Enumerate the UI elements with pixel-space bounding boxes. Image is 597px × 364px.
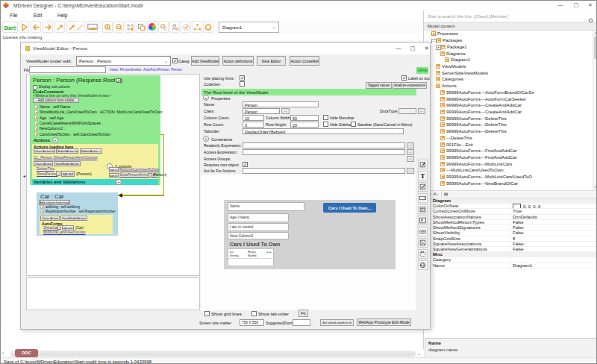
opt-out-button[interactable]: opt-out bbox=[61, 171, 75, 177]
settings-gear-icon[interactable] bbox=[203, 21, 213, 33]
class-browse-button[interactable]: ... bbox=[281, 108, 290, 115]
property-value[interactable]: 0, 0, 0, 0 bbox=[510, 204, 597, 208]
scrollbar-thumb[interactable] bbox=[594, 37, 597, 59]
tree-item[interactable]: 99999AutoForms---CreateAndAddCar bbox=[424, 102, 593, 109]
column-count-input[interactable]: 10 bbox=[243, 115, 264, 122]
class-action-button[interactable]: Class Action bbox=[40, 216, 60, 221]
maximize-button[interactable]: ▢ bbox=[569, 1, 583, 10]
check-circle-icon[interactable] bbox=[181, 21, 191, 33]
show-person-link[interactable]: ShowPerson bbox=[37, 172, 57, 176]
property-value[interactable]: False bbox=[510, 225, 597, 230]
screen-size-selector[interactable]: 750 X 550⌄ bbox=[240, 319, 264, 326]
set-shrink-zoom-button[interactable]: Set shrink zoom to fit bbox=[320, 319, 354, 326]
filter-input[interactable] bbox=[29, 66, 106, 73]
editor-minimize-button[interactable]: — bbox=[393, 44, 404, 53]
menu-edit[interactable]: Edit bbox=[34, 13, 42, 18]
calendar-icon[interactable] bbox=[418, 204, 428, 214]
grid-menu-icon[interactable]: ••• bbox=[266, 250, 272, 254]
column-width-input[interactable]: 50 bbox=[290, 115, 319, 122]
class-action-for-show-button[interactable]: Class Action for show bbox=[34, 148, 55, 154]
tree-item[interactable]: 99999AutoForms---DeleteThis bbox=[424, 128, 593, 135]
edit-pencil-icon[interactable] bbox=[418, 160, 428, 169]
nav-back-icon[interactable] bbox=[31, 21, 41, 33]
nav-forward-icon[interactable] bbox=[43, 21, 53, 33]
sort-az-icon[interactable]: A↓ bbox=[434, 191, 439, 198]
tree-expander-icon[interactable] bbox=[431, 39, 437, 43]
property-value[interactable]: False bbox=[510, 247, 597, 251]
editor-maximize-button[interactable]: ▢ bbox=[407, 44, 419, 53]
hide-menubar-checkbox[interactable] bbox=[323, 115, 328, 120]
tree-item[interactable]: 99999AutoForms---DeleteThis bbox=[424, 115, 593, 122]
minimize-button[interactable]: — bbox=[554, 1, 567, 10]
Misc[interactable]: Misc bbox=[424, 252, 597, 257]
tree-item[interactable]: Actions bbox=[424, 83, 593, 90]
preview-name-input[interactable]: Name bbox=[228, 202, 304, 211]
person-viewmodel-panel[interactable]: Person : Person (Requires Root) Display … bbox=[30, 75, 160, 185]
text-icon[interactable]: T bbox=[418, 171, 428, 181]
globe-icon[interactable] bbox=[418, 260, 428, 270]
property-value[interactable] bbox=[443, 252, 597, 257]
editor-close-button[interactable]: ✕ bbox=[421, 44, 433, 53]
use-placing-hints-checkbox[interactable] bbox=[240, 75, 245, 81]
tree-item[interactable]: 99999AutoForms---AutoFormBrandOfCarSe bbox=[424, 89, 593, 95]
Category[interactable]: Category bbox=[424, 257, 597, 263]
play-icon[interactable] bbox=[19, 21, 29, 33]
ShowVisibility[interactable]: ShowVisibility False bbox=[424, 230, 597, 236]
taborder-selector[interactable]: DisplayOrderYBeforeX⌄ bbox=[243, 128, 404, 135]
model-search-box[interactable]: Start a search like this: [Class].[Membe… bbox=[424, 11, 597, 22]
tagged-values-button[interactable]: Tagged values bbox=[366, 82, 392, 89]
viewmodel-column-row[interactable]: NewColumn2 : bbox=[34, 126, 160, 131]
access-expression-browse-button[interactable]: ... bbox=[407, 149, 414, 155]
viewmodel-column-row[interactable]: CamelCaseMeansIWillPutInSpaces : bbox=[34, 120, 160, 125]
property-value[interactable]: Diagram1 bbox=[510, 263, 597, 268]
readonly-expression-browse-button[interactable]: ... bbox=[407, 142, 414, 148]
viewmodel-canvas[interactable]: Person : Person (Requires Root) Display … bbox=[26, 74, 200, 276]
zoom-out-icon[interactable] bbox=[113, 21, 124, 33]
preview-age-input[interactable]: Age (Years) bbox=[228, 213, 289, 222]
SquareNewAssociations[interactable]: SquareNewAssociations False bbox=[424, 242, 597, 247]
requires-root-checkbox[interactable] bbox=[116, 78, 121, 83]
viewmodel-column-row[interactable]: Age : self.Age bbox=[34, 115, 160, 120]
opt-in-button[interactable]: opt-in bbox=[109, 173, 119, 178]
button-icon[interactable] bbox=[418, 227, 428, 236]
tree-item[interactable]: ServerSideViewModels bbox=[424, 69, 593, 76]
hide-sidebar-checkbox[interactable] bbox=[323, 122, 328, 127]
grid-column-regnumber[interactable]: RegisNumb bbox=[248, 250, 257, 257]
actions-collapse-icon[interactable]: ▼ bbox=[52, 137, 58, 143]
ShowMethodSignatures[interactable]: ShowMethodSignatures False bbox=[424, 225, 597, 230]
fit-button[interactable]: Fit bbox=[298, 310, 308, 317]
action-definitions-button[interactable]: Action definitions bbox=[222, 56, 254, 66]
preview-cars-button[interactable]: Cars I Used To Own... bbox=[323, 203, 376, 213]
global-action-create-button[interactable]: Global Action + Create bbox=[80, 148, 102, 154]
CorrectLinesOnMove[interactable]: CorrectLinesOnMove True bbox=[424, 209, 597, 214]
savebar-checkbox[interactable] bbox=[351, 122, 356, 127]
global-action-for-show-button[interactable]: Global Action for show bbox=[56, 148, 78, 154]
user-gear-icon[interactable] bbox=[169, 21, 180, 33]
property-value[interactable]: False bbox=[510, 230, 597, 235]
tree-item[interactable]: 001File---Exit bbox=[424, 141, 593, 148]
tree-item[interactable]: Diagram1 bbox=[424, 57, 593, 63]
variables-validations-bar[interactable]: Variables and Validations ▼ bbox=[32, 179, 158, 185]
show-tab-order-checkbox[interactable] bbox=[251, 311, 257, 316]
presentation-frame-icon[interactable] bbox=[86, 21, 99, 33]
grid-icon[interactable] bbox=[125, 21, 135, 33]
splitter-collapse-icon[interactable]: ◄ bbox=[22, 174, 26, 178]
tree-item[interactable]: Processes bbox=[424, 31, 593, 37]
viewmodel-column-row[interactable]: ShowMultiLink_CarsIUsedToOwn : ACTION: M… bbox=[34, 110, 160, 115]
property-value[interactable]: 8 bbox=[510, 236, 597, 241]
SquareNewGeneralizations[interactable]: SquareNewGeneralizations False bbox=[424, 247, 597, 252]
tree-item[interactable]: 99999AutoForms---CreateAndAddCar bbox=[424, 109, 593, 116]
arrow-diagonal-icon[interactable] bbox=[54, 21, 65, 33]
tab-dropdown-icon[interactable]: ⌄ bbox=[417, 351, 421, 356]
constraints-collapse-icon[interactable]: ▼ bbox=[203, 136, 209, 142]
car-viewmodel-panel[interactable]: Car : Car Add column from model asString… bbox=[37, 192, 118, 236]
multilink-cars-link[interactable]: MultiLinkCarsIUsedToOwn bbox=[43, 230, 86, 234]
opt-in-button[interactable]: opt-in bbox=[109, 167, 119, 172]
action-crossref-button[interactable]: Action CrossRef bbox=[290, 56, 319, 66]
readonly-expression-input[interactable] bbox=[243, 142, 405, 148]
access-expression-input[interactable] bbox=[243, 149, 405, 155]
form-preview-surface[interactable]: Name Cars I Used To Own... Age (Years) I… bbox=[224, 200, 396, 269]
class-triangle-icon[interactable] bbox=[192, 21, 202, 33]
property-value[interactable]: True bbox=[510, 209, 597, 213]
checkbox-icon[interactable] bbox=[418, 182, 428, 192]
